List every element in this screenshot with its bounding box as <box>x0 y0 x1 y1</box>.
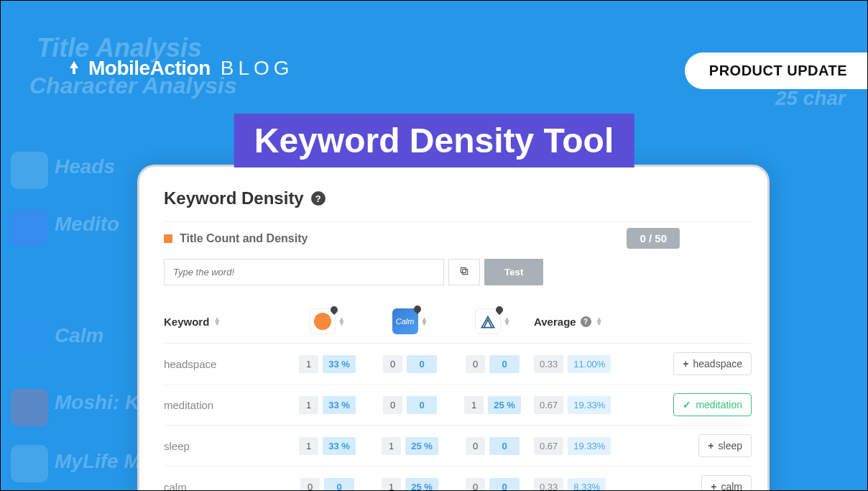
percent-value: 0 <box>489 437 520 455</box>
bg-app-icon <box>11 152 48 189</box>
density-table: Keyword ▲▼ ▲▼ Calm ▲▼ ▲▼ Average ? <box>164 297 752 491</box>
percent-value: 0 <box>407 396 437 414</box>
device-frame: Keyword Density ? Title Count and Densit… <box>137 165 770 491</box>
bg-app-medito: Medito <box>55 213 119 236</box>
average-cell: 0.338.33% <box>534 478 642 492</box>
bg-app-calm: Calm <box>55 324 103 347</box>
table-row: calm00125 %000.338.33%+calm <box>164 467 752 491</box>
count-value: 1 <box>299 355 318 373</box>
column-keyword-label: Keyword <box>164 316 209 328</box>
bg-app-mylife: MyLife M <box>55 450 141 473</box>
added-keyword-button[interactable]: ✓meditation <box>673 393 752 416</box>
app-metric-cell: 125 % <box>451 396 534 414</box>
count-value: 0 <box>383 396 402 414</box>
average-percent: 11.00% <box>568 355 611 373</box>
help-icon[interactable]: ? <box>581 316 591 327</box>
product-update-badge: PRODUCT UPDATE <box>685 52 867 89</box>
percent-value: 0 <box>489 355 520 373</box>
keyword-cell: headspace <box>164 358 286 370</box>
plus-icon: + <box>708 440 714 451</box>
sort-icon: ▲▼ <box>421 317 428 326</box>
plus-icon: + <box>683 358 688 370</box>
count-value: 0 <box>466 478 485 492</box>
column-keyword[interactable]: Keyword ▲▼ <box>164 316 286 328</box>
column-app-mylife[interactable]: ▲▼ <box>451 308 534 334</box>
app-metric-cell: 00 <box>451 437 534 455</box>
pin-icon <box>328 305 338 315</box>
average-cell: 0.6719.33% <box>534 396 642 414</box>
count-value: 1 <box>382 437 401 455</box>
app-metric-cell: 00 <box>369 396 451 414</box>
count-value: 0 <box>300 478 320 492</box>
count-value: 1 <box>464 396 484 414</box>
column-average[interactable]: Average ? ▲▼ <box>534 316 642 328</box>
app-mylife-icon <box>475 308 501 334</box>
count-value: 1 <box>382 478 401 492</box>
percent-value: 33 % <box>323 396 356 414</box>
hero-title: Keyword Density Tool <box>234 114 634 168</box>
char-counter: 0 / 50 <box>627 228 680 249</box>
add-keyword-button[interactable]: +calm <box>701 475 752 491</box>
action-label: sleep <box>719 440 742 451</box>
pin-icon <box>412 304 422 314</box>
action-label: calm <box>721 481 742 491</box>
copy-button[interactable] <box>448 259 480 285</box>
percent-value: 25 % <box>488 396 521 414</box>
column-app-calm[interactable]: Calm ▲▼ <box>369 308 451 334</box>
table-header: Keyword ▲▼ ▲▼ Calm ▲▼ ▲▼ Average ? <box>164 297 752 344</box>
app-metric-cell: 00 <box>286 478 369 492</box>
average-percent: 8.33% <box>568 478 606 492</box>
svg-rect-0 <box>463 270 468 275</box>
count-value: 0 <box>383 355 402 373</box>
table-row: headspace133 %00000.3311.00%+headspace <box>164 344 752 385</box>
help-icon[interactable]: ? <box>311 191 326 206</box>
percent-value: 25 % <box>405 478 438 492</box>
brand-blog: BLOG <box>221 57 294 80</box>
app-metric-cell: 133 % <box>286 355 369 373</box>
keyword-input[interactable] <box>164 259 444 285</box>
action-cell: +calm <box>642 475 752 491</box>
sort-icon: ▲▼ <box>338 317 346 326</box>
brand-logo: MobileAction BLOG <box>65 57 294 80</box>
app-metric-cell: 00 <box>369 355 451 373</box>
action-cell: +headspace <box>642 352 752 375</box>
percent-value: 0 <box>489 478 520 492</box>
average-percent: 19.33% <box>568 437 611 455</box>
add-keyword-button[interactable]: +headspace <box>673 352 752 375</box>
sort-icon: ▲▼ <box>596 317 603 326</box>
action-label: headspace <box>693 358 742 370</box>
app-metric-cell: 133 % <box>286 437 369 455</box>
average-cell: 0.3311.00% <box>534 355 642 373</box>
section-header: Title Count and Density 0 / 50 <box>164 221 752 254</box>
percent-value: 25 % <box>405 437 438 455</box>
count-value: 1 <box>299 396 318 414</box>
section-label: Title Count and Density <box>180 232 619 245</box>
table-row: sleep133 %125 %000.6719.33%+sleep <box>164 426 752 467</box>
bg-app-moshi: Moshi: K <box>55 391 139 414</box>
percent-value: 0 <box>324 478 354 492</box>
bg-app-icon <box>11 318 48 356</box>
count-value: 0 <box>466 355 485 373</box>
bg-app-heads: Heads <box>55 155 115 178</box>
percent-value: 33 % <box>323 437 356 455</box>
column-app-headspace[interactable]: ▲▼ <box>286 308 369 334</box>
test-button[interactable]: Test <box>484 259 543 285</box>
average-count: 0.67 <box>534 437 563 455</box>
panel-title: Keyword Density ? <box>164 188 752 208</box>
copy-icon <box>459 266 469 278</box>
app-metric-cell: 133 % <box>286 396 369 414</box>
average-count: 0.33 <box>534 478 563 492</box>
bg-app-icon <box>11 209 48 247</box>
action-label: meditation <box>696 399 742 410</box>
rocket-icon <box>65 60 83 77</box>
input-row: Test <box>164 259 752 285</box>
table-row: meditation133 %00125 %0.6719.33%✓meditat… <box>164 385 752 426</box>
panel-title-text: Keyword Density <box>164 188 304 208</box>
count-value: 1 <box>299 437 318 455</box>
check-icon: ✓ <box>683 399 691 410</box>
sort-icon: ▲▼ <box>213 317 221 326</box>
action-cell: +sleep <box>642 434 752 457</box>
count-value: 0 <box>466 437 485 455</box>
add-keyword-button[interactable]: +sleep <box>698 434 752 457</box>
plus-icon: + <box>711 481 716 491</box>
